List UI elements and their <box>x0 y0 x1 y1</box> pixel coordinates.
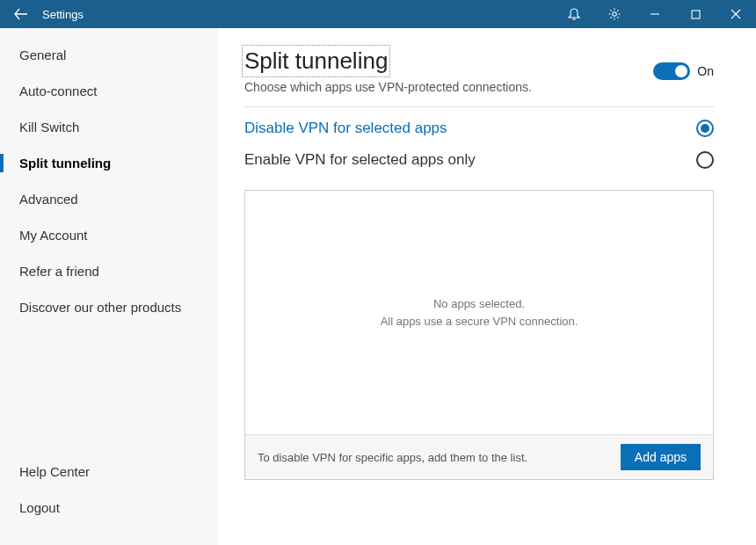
toggle-state-label: On <box>697 64 714 78</box>
maximize-button[interactable] <box>675 0 716 28</box>
sidebar-item-logout[interactable]: Logout <box>0 490 218 526</box>
sidebar-item-label: Auto-connect <box>19 84 97 98</box>
empty-line-2: All apps use a secure VPN connection. <box>381 313 578 331</box>
sidebar-item-help-center[interactable]: Help Center <box>0 454 218 490</box>
apps-empty-state: No apps selected. All apps use a secure … <box>245 191 713 434</box>
window-title: Settings <box>42 8 84 21</box>
sidebar-item-discover-products[interactable]: Discover our other products <box>0 289 218 325</box>
apps-list-box: No apps selected. All apps use a secure … <box>244 190 714 480</box>
settings-gear-button[interactable] <box>594 0 635 28</box>
back-button[interactable] <box>7 0 35 28</box>
sidebar-item-label: Help Center <box>19 464 90 479</box>
add-apps-button[interactable]: Add apps <box>621 444 701 470</box>
radio-icon <box>696 151 714 169</box>
sidebar-item-advanced[interactable]: Advanced <box>0 181 218 217</box>
sidebar: General Auto-connect Kill Switch Split t… <box>0 28 218 545</box>
sidebar-item-general[interactable]: General <box>0 37 218 73</box>
sidebar-item-refer-a-friend[interactable]: Refer a friend <box>0 253 218 289</box>
page-header: Split tunneling Choose which apps use VP… <box>244 47 714 107</box>
page-title: Split tunneling <box>244 47 388 75</box>
radio-label: Disable VPN for selected apps <box>244 120 696 137</box>
page-subtitle: Choose which apps use VPN-protected conn… <box>244 80 653 94</box>
sidebar-item-label: Kill Switch <box>19 120 79 134</box>
sidebar-item-kill-switch[interactable]: Kill Switch <box>0 109 218 145</box>
radio-label: Enable VPN for selected apps only <box>244 151 696 169</box>
empty-line-1: No apps selected. <box>433 295 525 313</box>
sidebar-item-auto-connect[interactable]: Auto-connect <box>0 73 218 109</box>
radio-icon <box>696 120 714 137</box>
option-enable-vpn-selected-apps-only[interactable]: Enable VPN for selected apps only <box>244 142 714 174</box>
svg-point-0 <box>613 12 616 16</box>
sidebar-item-label: Refer a friend <box>19 264 99 279</box>
notifications-button[interactable] <box>554 0 594 28</box>
split-tunneling-toggle[interactable] <box>653 62 690 80</box>
titlebar: Settings <box>0 0 756 28</box>
close-button[interactable] <box>716 0 756 28</box>
apps-footer: To disable VPN for specific apps, add th… <box>245 434 713 479</box>
sidebar-item-split-tunneling[interactable]: Split tunneling <box>0 145 218 181</box>
minimize-button[interactable] <box>635 0 675 28</box>
apps-footer-hint: To disable VPN for specific apps, add th… <box>258 451 621 464</box>
sidebar-item-my-account[interactable]: My Account <box>0 217 218 253</box>
sidebar-item-label: Discover our other products <box>19 300 181 315</box>
main-content: Split tunneling Choose which apps use VP… <box>218 28 756 545</box>
sidebar-item-label: Advanced <box>19 192 78 207</box>
sidebar-item-label: My Account <box>19 228 88 243</box>
sidebar-item-label: General <box>19 47 66 62</box>
sidebar-item-label: Logout <box>19 500 60 515</box>
svg-rect-1 <box>692 11 700 18</box>
sidebar-item-label: Split tunneling <box>19 156 111 171</box>
option-disable-vpn-selected-apps[interactable]: Disable VPN for selected apps <box>244 107 714 142</box>
